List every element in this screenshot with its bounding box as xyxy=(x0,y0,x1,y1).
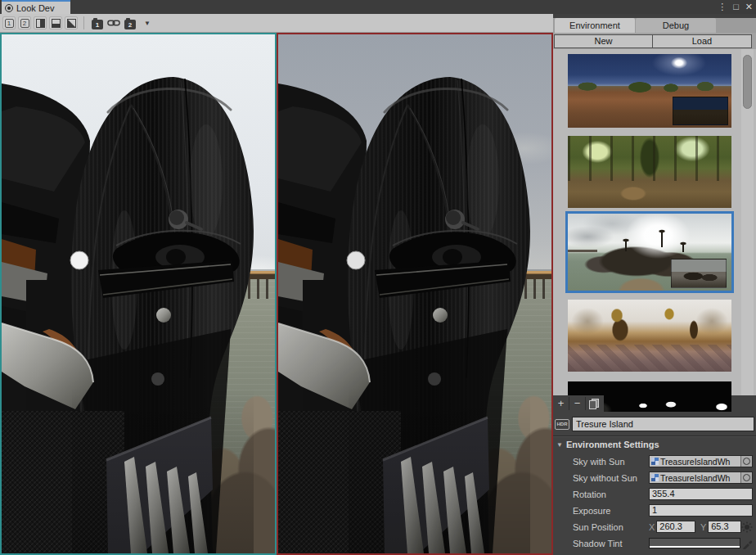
library-toolbar: + − xyxy=(553,395,604,412)
hdri-inset-preview xyxy=(673,97,728,125)
y-axis-label: Y xyxy=(700,522,706,532)
palm-tree-silhouette xyxy=(661,232,663,247)
sun-position-label: Sun Position xyxy=(573,522,649,532)
object-picker-icon[interactable] xyxy=(740,455,752,467)
sky-without-sun-field[interactable]: TreasureIslandWh xyxy=(649,472,753,484)
shadow-tint-label: Shadow Tint xyxy=(573,539,649,548)
load-button[interactable]: Load xyxy=(652,34,752,48)
single-view-1-button[interactable]: 1 xyxy=(2,16,16,29)
tab-debug[interactable]: Debug xyxy=(636,18,716,33)
hdri-name-field[interactable]: Tresure Island xyxy=(572,417,754,431)
title-bar: Look Dev ⋮ □ ✕ xyxy=(0,0,756,14)
tab-environment[interactable]: Environment xyxy=(555,18,635,33)
link-icon xyxy=(107,19,120,27)
split-horizontal-icon xyxy=(52,19,61,28)
look-dev-toolbar: 1 2 1 2 ▼ xyxy=(0,14,553,33)
object-picker-icon[interactable] xyxy=(740,472,752,484)
camera-2-button[interactable]: 2 xyxy=(123,16,137,29)
sun-position-y-field[interactable]: 65.3 xyxy=(708,521,741,533)
robot-head-render xyxy=(278,34,551,553)
exposure-label: Exposure xyxy=(573,506,649,516)
camera-2-icon: 2 xyxy=(124,20,136,29)
camera-1-icon: 1 xyxy=(92,20,103,29)
environment-settings-header: Environment Settings xyxy=(566,440,659,449)
rotation-label: Rotation xyxy=(573,490,649,499)
viewport-2-scene xyxy=(278,34,551,553)
hdri-thumbnail-treasure-island xyxy=(568,214,731,291)
side-by-side-button[interactable] xyxy=(34,16,47,29)
duplicate-environment-button[interactable] xyxy=(586,395,601,412)
maximize-icon[interactable]: □ xyxy=(733,0,739,14)
robot-head-render xyxy=(2,34,275,553)
hdr-badge: HDR xyxy=(555,419,569,430)
remove-environment-button[interactable]: − xyxy=(569,395,585,412)
viewport-1-scene xyxy=(2,34,275,553)
rotation-field[interactable]: 355.4 xyxy=(649,488,753,500)
environment-settings-panel: HDR Tresure Island ▼ Environment Setting… xyxy=(553,395,756,555)
hdri-thumbnail-treasure-island-selected[interactable] xyxy=(565,211,734,293)
window-title: Look Dev xyxy=(16,3,54,13)
x-axis-label: X xyxy=(649,522,655,532)
toolbar-separator xyxy=(83,16,84,29)
pier-silhouette xyxy=(568,250,597,252)
texture-icon xyxy=(651,458,659,465)
close-icon[interactable]: ✕ xyxy=(745,0,753,14)
texture-icon xyxy=(651,474,659,481)
sky-with-sun-label: Sky with Sun xyxy=(573,457,649,467)
eyedropper-icon[interactable] xyxy=(742,538,753,549)
shadow-tint-swatch[interactable] xyxy=(649,538,740,548)
sky-with-sun-field[interactable]: TreasureIslandWh xyxy=(649,455,753,467)
single-view-2-button[interactable]: 2 xyxy=(18,16,31,29)
toolbar-dropdown-button[interactable]: ▼ xyxy=(140,16,155,29)
link-cameras-button[interactable] xyxy=(107,16,120,29)
environment-actions: New Load xyxy=(553,33,756,49)
sun-position-x-field[interactable]: 260.3 xyxy=(656,521,695,533)
split-diagonal-icon xyxy=(67,19,76,28)
new-button[interactable]: New xyxy=(554,34,653,48)
hdri-library-list xyxy=(553,49,756,395)
viewport-1[interactable] xyxy=(0,33,277,555)
sky-without-sun-label: Sky without Sun xyxy=(573,473,649,483)
sun-icon[interactable] xyxy=(741,521,753,533)
viewport-2[interactable] xyxy=(277,33,553,555)
hdri-thumbnail-church[interactable] xyxy=(568,300,731,372)
exposure-field[interactable]: 1 xyxy=(649,504,753,517)
chevron-down-icon: ▼ xyxy=(144,20,151,27)
look-dev-eye-icon xyxy=(5,4,13,12)
split-vertical-icon xyxy=(36,19,45,28)
separator xyxy=(553,435,756,436)
tab-look-dev[interactable]: Look Dev xyxy=(2,0,70,14)
palm-tree-silhouette xyxy=(682,245,684,252)
zone-view-button[interactable] xyxy=(65,16,78,29)
hdri-inset-preview xyxy=(671,259,727,289)
hdri-thumbnail-forest[interactable] xyxy=(568,136,731,208)
add-environment-button[interactable]: + xyxy=(553,395,569,412)
foldout-triangle-icon[interactable]: ▼ xyxy=(556,441,563,449)
camera-1-button[interactable]: 1 xyxy=(90,16,105,29)
palm-tree-silhouette xyxy=(625,241,627,251)
library-scrollbar-thumb[interactable] xyxy=(743,55,752,109)
hdri-thumbnail-scrubland[interactable] xyxy=(568,54,731,128)
panel-tab-bar: Environment Debug xyxy=(553,14,756,33)
kebab-menu-icon[interactable]: ⋮ xyxy=(718,0,727,14)
split-view-button[interactable] xyxy=(49,16,62,29)
